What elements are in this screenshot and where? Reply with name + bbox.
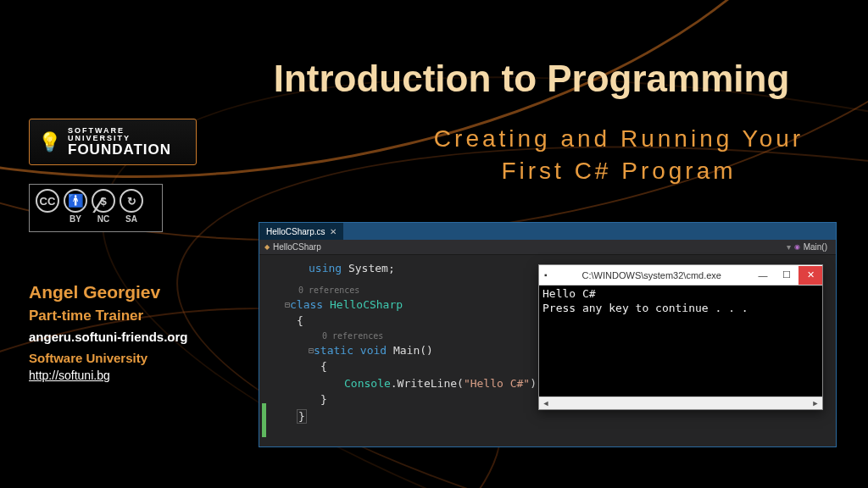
console-scrollbar[interactable]: ◄ ►: [539, 396, 822, 409]
nav-method-dropdown[interactable]: ▾ ◉ Main(): [787, 242, 836, 252]
logo-top-text: SOFTWARE UNIVERSITY: [68, 127, 187, 142]
cmd-icon: ▪: [539, 270, 553, 280]
author-org: Software University: [29, 351, 241, 365]
nc-label: NC: [92, 214, 115, 224]
method-icon: ◉: [794, 243, 800, 251]
minimize-button[interactable]: ―: [751, 266, 775, 285]
author-name: Angel Georgiev: [29, 282, 241, 302]
sa-icon: ↻: [120, 189, 143, 213]
class-icon: ◆: [264, 243, 270, 251]
slide-title: Introduction to Programming: [229, 58, 834, 100]
console-title-text: C:\WINDOWS\system32\cmd.exe: [553, 270, 751, 280]
author-site: angeru.softuni-friends.org: [29, 330, 241, 344]
collapse-icon[interactable]: ⊟: [309, 346, 314, 355]
author-info: Angel Georgiev Part-time Trainer angeru.…: [29, 282, 241, 382]
nc-icon: $⁄: [92, 189, 115, 213]
tab-filename: HelloCSharp.cs: [266, 227, 325, 236]
close-icon[interactable]: ✕: [330, 227, 337, 236]
change-marker: [262, 403, 266, 437]
editor-tab-bar: HelloCSharp.cs ✕: [259, 223, 836, 240]
console-output[interactable]: Hello C# Press any key to continue . . .: [539, 286, 822, 396]
sa-label: SA: [120, 214, 143, 224]
cc-icon: CC: [36, 189, 59, 213]
by-label: BY: [64, 214, 87, 224]
collapse-icon[interactable]: ⊟: [285, 300, 290, 309]
author-org-url[interactable]: http://softuni.bg: [29, 369, 241, 382]
author-role: Part-time Trainer: [29, 308, 241, 324]
editor-nav-bar: ◆ HelloCSharp ▾ ◉ Main(): [259, 240, 836, 255]
console-window: ▪ C:\WINDOWS\system32\cmd.exe ― ☐ ✕ Hell…: [538, 264, 823, 410]
console-titlebar[interactable]: ▪ C:\WINDOWS\system32\cmd.exe ― ☐ ✕: [539, 265, 822, 286]
lightbulb-icon: 💡: [38, 131, 61, 153]
maximize-button[interactable]: ☐: [775, 266, 798, 285]
logo-bottom-text: FOUNDATION: [68, 142, 187, 157]
cc-license-badge: CC 🚹 $⁄ ↻ BY NC SA: [29, 184, 163, 232]
nav-class-dropdown[interactable]: ◆ HelloCSharp: [259, 242, 787, 252]
close-button[interactable]: ✕: [798, 266, 822, 285]
by-icon: 🚹: [64, 189, 87, 213]
foundation-logo: 💡 SOFTWARE UNIVERSITY FOUNDATION: [29, 119, 197, 165]
editor-tab[interactable]: HelloCSharp.cs ✕: [259, 223, 343, 240]
slide-subtitle: Creating and Running Your First C# Progr…: [415, 123, 822, 187]
scroll-right-icon[interactable]: ►: [809, 399, 822, 408]
scroll-left-icon[interactable]: ◄: [539, 399, 553, 408]
